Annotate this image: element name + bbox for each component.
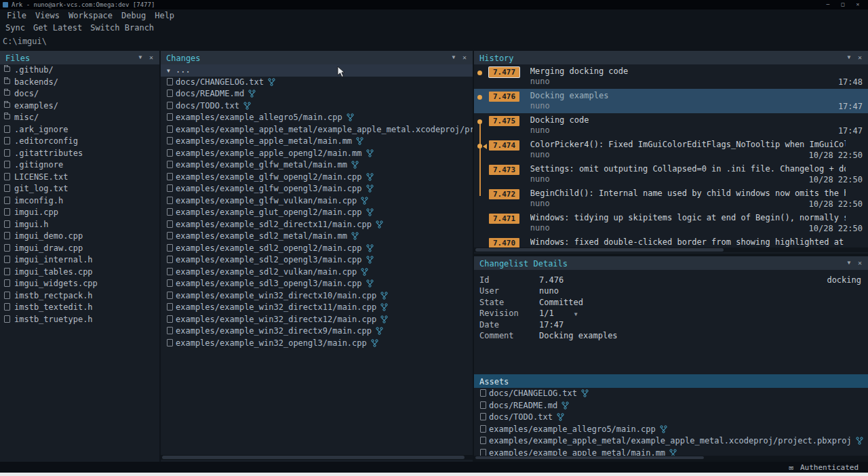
maximize-button[interactable]: □ [835, 0, 850, 9]
scrollbar-thumb[interactable] [475, 248, 724, 252]
file-icon [167, 315, 173, 323]
asset-item[interactable]: examples/example_apple_metal/example_app… [474, 435, 868, 448]
changed-file-item[interactable]: examples/example_sdl2_opengl3/main.cpp [161, 254, 473, 266]
file-tree-item[interactable]: imstb_rectpack.h [0, 290, 159, 302]
changes-panel-header: Changes ▼ ✕ [161, 51, 473, 64]
asset-item[interactable]: examples/example_allegro5/main.cpp [474, 424, 868, 436]
history-commit-item[interactable]: 7.474 ColorPicker4(): Fixed ImGuiColorEd… [474, 138, 868, 162]
menu-item-debug[interactable]: Debug [121, 11, 146, 20]
branch-fork-icon [361, 197, 368, 207]
minimize-button[interactable]: – [821, 0, 835, 9]
changed-file-item[interactable]: examples/example_glfw_opengl3/main.cpp [161, 183, 473, 195]
changed-file-item[interactable]: examples/example_sdl2_opengl2/main.cpp [161, 243, 473, 255]
horizontal-scrollbar[interactable] [474, 247, 868, 252]
file-tree-item[interactable]: .gitignore [0, 159, 159, 172]
changed-file-item[interactable]: examples/example_win32_directx11/main.cp… [161, 302, 473, 314]
menu-item-workspace[interactable]: Workspace [68, 11, 113, 20]
file-icon [4, 256, 10, 263]
toolbar-button-get-latest[interactable]: Get Latest [33, 23, 82, 33]
scrollbar-thumb[interactable] [475, 456, 704, 459]
close-button[interactable]: ✕ [850, 0, 865, 9]
changed-file-item[interactable]: examples/example_glfw_vulkan/main.cpp [161, 195, 473, 207]
asset-item[interactable]: docs/CHANGELOG.txt [474, 388, 868, 400]
history-commit-item[interactable]: 7.477 Merging docking code nuno 17:48 [474, 64, 868, 89]
file-tree-item[interactable]: .ark_ignore [0, 124, 159, 136]
branch-fork-icon [561, 401, 569, 412]
menu-item-views[interactable]: Views [35, 11, 60, 20]
file-tree-item[interactable]: imstb_truetype.h [0, 314, 159, 326]
changes-root-item[interactable]: ▼... [161, 64, 473, 77]
file-tree-item[interactable]: git_log.txt [0, 183, 159, 195]
file-tree-item[interactable]: imgui_internal.h [0, 254, 159, 266]
menu-item-file[interactable]: File [7, 11, 26, 20]
authenticated-status: Authenticated [800, 463, 859, 472]
file-tree-item[interactable]: imgui_draw.cpp [0, 243, 159, 255]
changed-file-item[interactable]: docs/TODO.txt [161, 100, 473, 113]
changed-file-item[interactable]: examples/example_sdl2_metal/main.mm [161, 231, 473, 243]
file-tree-item[interactable]: .github/ [0, 64, 159, 77]
history-commit-item[interactable]: 7.475 Docking code nuno 17:47 [474, 113, 868, 138]
close-icon[interactable]: ✕ [854, 51, 865, 64]
file-tree-item[interactable]: backends/ [0, 77, 159, 89]
changed-file-item[interactable]: examples/example_sdl2_vulkan/main.cpp [161, 266, 473, 279]
history-commit-item[interactable]: 7.476 Docking examples nuno 17:47 [474, 89, 868, 113]
chevron-down-icon[interactable]: ▼ [135, 51, 146, 64]
asset-item[interactable]: docs/README.md [474, 400, 868, 412]
changed-file-item[interactable]: examples/example_win32_directx12/main.cp… [161, 314, 473, 326]
file-tree-item[interactable]: imstb_textedit.h [0, 302, 159, 314]
revision-label: Revision [479, 308, 539, 319]
toolbar-button-switch-branch[interactable]: Switch Branch [90, 23, 154, 33]
close-icon[interactable]: ✕ [459, 51, 470, 64]
horizontal-scrollbar[interactable] [474, 456, 868, 460]
horizontal-scrollbar[interactable] [161, 455, 473, 460]
file-tree-item[interactable]: imgui.h [0, 219, 159, 231]
file-path: examples/example_glut_opengl2/main.cpp [176, 207, 362, 217]
branch-fork-icon [347, 113, 354, 124]
file-tree-item[interactable]: examples/ [0, 100, 159, 113]
expand-arrow-icon[interactable]: ▼ [167, 65, 176, 77]
changed-file-item[interactable]: examples/example_sdl2_directx11/main.cpp [161, 219, 473, 231]
menu-item-help[interactable]: Help [155, 11, 174, 20]
file-tree-item[interactable]: misc/ [0, 112, 159, 124]
changed-file-item[interactable]: examples/example_apple_opengl2/main.mm [161, 148, 473, 160]
file-tree-item[interactable]: imgui_demo.cpp [0, 231, 159, 243]
history-commit-item[interactable]: 7.471 Windows: tidying up skipitems logi… [474, 211, 868, 235]
chevron-down-icon[interactable]: ▼ [844, 256, 854, 270]
file-tree-item[interactable]: imgui_widgets.cpp [0, 278, 159, 290]
changed-file-item[interactable]: examples/example_win32_directx9/main.cpp [161, 325, 473, 338]
file-icon [4, 279, 10, 287]
changed-file-item[interactable]: examples/example_sdl3_opengl3/main.cpp [161, 278, 473, 290]
changed-file-item[interactable]: examples/example_glfw_opengl2/main.cpp [161, 172, 473, 184]
history-commit-item[interactable]: 7.473 Settings: omit outputing Collapsed… [474, 162, 868, 186]
branch-fork-icon [248, 90, 256, 100]
file-tree-item[interactable]: docs/ [0, 88, 159, 100]
close-icon[interactable]: ✕ [854, 256, 865, 270]
close-icon[interactable]: ✕ [146, 51, 157, 64]
chevron-down-icon[interactable]: ▼ [844, 51, 854, 64]
file-tree-item[interactable]: imgui_tables.cpp [0, 266, 159, 279]
toolbar-button-sync[interactable]: Sync [5, 23, 25, 33]
changed-file-item[interactable]: examples/example_glfw_metal/main.mm [161, 159, 473, 172]
changed-file-item[interactable]: examples/example_win32_opengl3/main.cpp [161, 338, 473, 350]
file-tree-item[interactable]: LICENSE.txt [0, 172, 159, 184]
changed-file-item[interactable]: examples/example_apple_metal/example_app… [161, 124, 473, 136]
file-tree-item[interactable]: imgui.cpp [0, 207, 159, 219]
asset-item[interactable]: docs/TODO.txt [474, 412, 868, 424]
changed-file-item[interactable]: docs/CHANGELOG.txt [161, 77, 473, 89]
changed-file-item[interactable]: examples/example_glut_opengl2/main.cpp [161, 207, 473, 219]
revision-badge: 7.471 [489, 214, 519, 224]
file-name: misc/ [14, 113, 39, 122]
file-tree-item[interactable]: .editorconfig [0, 136, 159, 148]
history-panel-title: History [479, 54, 514, 63]
file-tree-item[interactable]: .gitattributes [0, 148, 159, 160]
scrollbar-thumb[interactable] [162, 456, 465, 459]
changed-file-item[interactable]: docs/README.md [161, 88, 473, 100]
chevron-down-icon[interactable]: ▼ [448, 51, 459, 64]
changed-file-item[interactable]: examples/example_apple_metal/main.mm [161, 136, 473, 148]
file-icon [167, 279, 173, 287]
details-date-row: Date17:47 [474, 319, 868, 330]
file-tree-item[interactable]: imconfig.h [0, 195, 159, 207]
changed-file-item[interactable]: examples/example_win32_directx10/main.cp… [161, 290, 473, 302]
history-commit-item[interactable]: 7.472 BeginChild(): Internal name used b… [474, 186, 868, 211]
changed-file-item[interactable]: examples/example_allegro5/main.cpp [161, 112, 473, 124]
